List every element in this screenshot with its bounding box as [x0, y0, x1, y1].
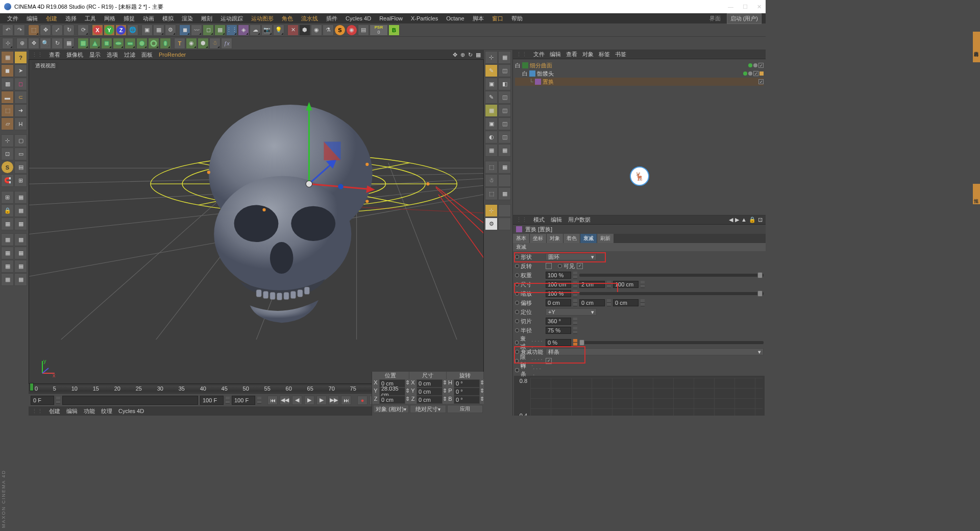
move-arrow-icon[interactable]: ➜ [14, 104, 27, 117]
am-menu-item[interactable]: 模式 [533, 216, 545, 224]
size-z-field[interactable]: 0 cm [416, 396, 443, 404]
character-button[interactable]: ☃ [209, 38, 220, 49]
tree-row-skull[interactable]: 白骷髅头✓ [515, 69, 764, 78]
om-menu-item[interactable]: 查看 [566, 51, 577, 58]
vp-zoom-icon[interactable]: ⊕ [460, 52, 465, 58]
size-z-field[interactable]: 100 cm [613, 281, 639, 288]
falloff-slider[interactable] [579, 341, 764, 344]
spline-graph[interactable]: 0.80.4 [514, 376, 765, 416]
bt-item[interactable]: 创建 [49, 407, 60, 415]
limit-checkbox[interactable]: ✓ [546, 358, 552, 364]
tool-icon[interactable]: H [14, 117, 27, 130]
weight-field[interactable]: 100 % [546, 272, 571, 279]
radius-field[interactable]: 75 % [546, 327, 571, 334]
step-back-button[interactable]: ◀◀ [280, 396, 290, 405]
tool-icon[interactable]: ▦ [498, 144, 511, 157]
play-forward-button[interactable]: ▶ [316, 396, 327, 405]
menu-item[interactable]: Cycles 4D [342, 14, 374, 22]
bt-item[interactable]: 功能 [84, 407, 95, 415]
null-button[interactable]: ⊹ [2, 38, 13, 49]
boole-button[interactable]: ◉ [186, 38, 197, 49]
size-x-field[interactable]: 0 cm [416, 379, 443, 388]
rot-b-field[interactable]: 0 ° [454, 396, 480, 404]
lock-icon[interactable]: 🔒 [1, 204, 14, 217]
menu-item[interactable]: 文件 [4, 14, 21, 23]
tool-icon[interactable]: ☃ [485, 174, 498, 187]
tab-coord[interactable]: 坐标 [530, 234, 547, 243]
size-y-field[interactable]: 2 cm [579, 281, 605, 288]
undo-button[interactable]: ↶ [2, 25, 13, 36]
scale-slider[interactable] [579, 292, 764, 295]
deformer-button[interactable]: ◈ [238, 25, 249, 36]
grid-btn[interactable]: ▦ [14, 273, 27, 286]
tool-icon[interactable]: ◐ [485, 131, 498, 143]
om-menu-item[interactable]: 对象 [582, 51, 594, 58]
menu-item[interactable]: 网格 [101, 14, 118, 23]
tree-row-sds[interactable]: 白细分曲面✓ [515, 61, 764, 69]
prim-cube[interactable] [78, 38, 89, 49]
move-tool[interactable]: ✥ [40, 25, 51, 36]
grid-btn[interactable]: ▦ [14, 247, 27, 259]
rotate-tool[interactable]: ↻ [63, 25, 75, 36]
off-x-field[interactable]: 0 cm [546, 299, 571, 306]
point-mode-button[interactable]: ⬚ [1, 104, 14, 117]
fx-button[interactable]: ƒx [221, 38, 232, 49]
grid-btn[interactable]: ▦ [14, 233, 27, 246]
tool-icon[interactable]: ▦ [498, 51, 511, 64]
menu-item[interactable]: 选择 [62, 14, 80, 23]
scale-tool[interactable]: ⤢ [52, 25, 63, 36]
tool-icon[interactable]: ▤ [14, 161, 27, 174]
vp-menu-prorender[interactable]: ProRender [159, 52, 186, 58]
menu-item[interactable]: RealFlow [376, 14, 406, 22]
grid-btn[interactable]: ⊞ [1, 191, 14, 204]
vp-toggle-icon[interactable]: ▦ [476, 52, 481, 58]
plugin-icon[interactable]: ⚗ [323, 25, 334, 36]
spline-primitive[interactable]: 〰 [191, 25, 202, 36]
grid-btn[interactable]: ▦ [1, 233, 14, 246]
coord-system-button[interactable]: 🌐 [127, 25, 138, 36]
plugin-b-icon[interactable]: B [388, 25, 400, 36]
instance-button[interactable]: ⬢ [198, 38, 209, 49]
off-z-field[interactable]: 0 cm [613, 299, 639, 306]
lock-icon[interactable]: 🔒 [749, 216, 756, 223]
menu-item[interactable]: 工具 [82, 14, 99, 23]
tool-icon[interactable] [498, 218, 511, 230]
tree-row-displace[interactable]: └置换✓ [515, 78, 764, 86]
menu-item[interactable]: 帮助 [508, 14, 526, 23]
slice-field[interactable]: 360 ° [546, 318, 571, 325]
tool-icon[interactable]: ▦ [485, 144, 498, 157]
timeline-scrollbar[interactable] [62, 396, 198, 405]
frame-current-field[interactable]: 100 F [232, 396, 255, 405]
tool-icon[interactable]: ▣ [485, 78, 498, 90]
psr-button[interactable]: PSR0 [370, 25, 388, 36]
tab-basic[interactable]: 基本 [513, 234, 530, 243]
grid-btn[interactable]: ⊞ [14, 174, 27, 187]
minimize-button[interactable]: — [728, 4, 733, 10]
menu-item[interactable]: 窗口 [489, 14, 506, 23]
render-view-button[interactable]: ▣ [141, 25, 153, 36]
cam-zoom-button[interactable]: 🔍 [40, 38, 51, 49]
generator-button[interactable]: ◻ [203, 25, 214, 36]
menu-item[interactable]: 动画 [140, 14, 157, 23]
orient-dropdown[interactable]: +Y▾ [546, 308, 597, 316]
nav-fwd-icon[interactable]: ▶ [735, 216, 739, 223]
prim-disc[interactable] [113, 38, 124, 49]
xparticles-icon[interactable]: ✕ [287, 25, 299, 36]
grid-btn[interactable]: ▦ [14, 218, 27, 230]
tool-icon[interactable]: ◫ [498, 131, 511, 143]
tool-icon[interactable]: ▦ [485, 104, 498, 117]
menu-item[interactable]: 渲染 [179, 14, 196, 23]
knife-icon[interactable]: ✎ [485, 64, 498, 77]
tool-icon[interactable] [498, 204, 511, 217]
om-menu-item[interactable]: 书签 [615, 51, 626, 58]
tab-object[interactable]: 对象 [547, 234, 564, 243]
camera-button[interactable]: 📷 [261, 25, 273, 36]
record-button[interactable]: ● [357, 396, 368, 405]
prim-sphere[interactable] [136, 38, 148, 49]
vp-menu-item[interactable]: 选项 [107, 51, 118, 59]
vp-menu-item[interactable]: 面板 [141, 51, 153, 59]
tool-icon[interactable]: ▦ [498, 187, 511, 200]
plugin-icon[interactable]: ◉ [311, 25, 322, 36]
prim-plane[interactable] [125, 38, 136, 49]
grid-btn[interactable]: ▦ [1, 218, 14, 230]
